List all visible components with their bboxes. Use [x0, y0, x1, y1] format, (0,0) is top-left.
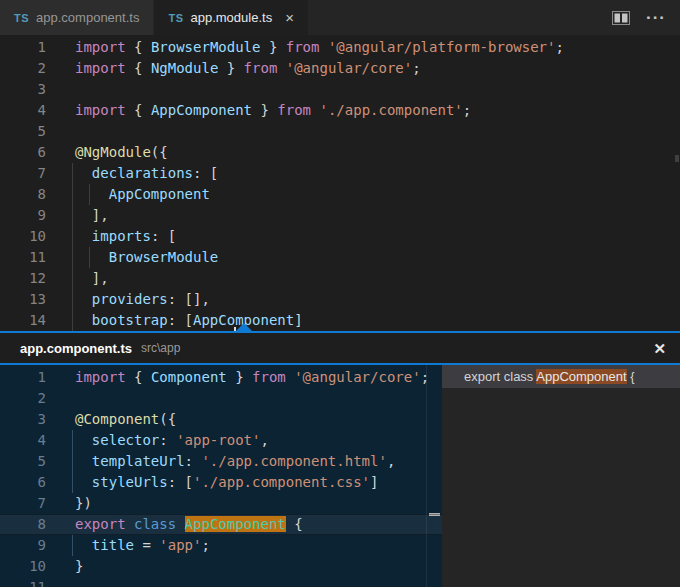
code-line[interactable]: 1import { Component } from '@angular/cor… — [0, 367, 442, 388]
peek-close-icon[interactable]: ✕ — [653, 341, 666, 356]
tab-label: app.module.ts — [190, 10, 272, 25]
code-line[interactable]: 6@NgModule({ — [0, 142, 680, 163]
code-line[interactable]: 7}) — [0, 493, 442, 514]
line-number: 6 — [0, 472, 46, 493]
code-line[interactable]: 2 — [0, 388, 442, 409]
code-line[interactable]: 11 — [0, 577, 442, 587]
indent-guide — [72, 310, 73, 331]
line-number: 1 — [0, 367, 46, 388]
code-text: imports: [ — [75, 228, 176, 244]
code-line[interactable]: 14 bootstrap: [AppComponent] — [0, 310, 680, 331]
reference-list-item[interactable]: export class AppComponent { — [442, 365, 680, 388]
code-line[interactable]: 4 selector: 'app-root', — [0, 430, 442, 451]
indent-guide — [72, 268, 73, 289]
code-text: AppComponent — [75, 186, 210, 202]
typescript-file-icon: TS — [168, 12, 183, 24]
code-line[interactable]: 13 providers: [], — [0, 289, 680, 310]
peek-header: app.component.ts src\app ✕ — [0, 333, 680, 363]
code-text: } — [75, 558, 83, 574]
code-line[interactable]: 3 — [0, 79, 680, 100]
code-line[interactable]: 1import { BrowserModule } from '@angular… — [0, 37, 680, 58]
code-text: import { BrowserModule } from '@angular/… — [75, 39, 564, 55]
line-number: 4 — [0, 100, 46, 121]
indent-guide — [72, 163, 73, 184]
line-number: 11 — [0, 247, 46, 268]
tab-bar: TS app.component.ts TS app.module.ts × ·… — [0, 0, 680, 35]
match-highlight: AppComponent — [185, 516, 286, 532]
code-line[interactable]: 9 title = 'app'; — [0, 535, 442, 556]
code-line[interactable]: 4import { AppComponent } from './app.com… — [0, 100, 680, 121]
indent-guide — [72, 430, 73, 451]
tab-label: app.component.ts — [36, 10, 139, 25]
line-number: 12 — [0, 268, 46, 289]
code-line[interactable]: 3@Component({ — [0, 409, 442, 430]
indent-guide — [72, 247, 73, 268]
indent-guide — [72, 205, 73, 226]
line-number: 8 — [0, 514, 46, 535]
code-line[interactable]: 8 AppComponent — [0, 184, 680, 205]
code-text: bootstrap: [AppComponent] — [75, 312, 303, 328]
code-text: @NgModule({ — [75, 144, 168, 160]
indent-guide — [72, 451, 73, 472]
code-line[interactable]: 11 BrowserModule — [0, 247, 680, 268]
more-actions-icon[interactable]: ··· — [646, 9, 666, 26]
line-number: 13 — [0, 289, 46, 310]
code-text: providers: [], — [75, 291, 210, 307]
indent-guide — [72, 535, 73, 556]
code-text: selector: 'app-root', — [75, 432, 269, 448]
line-number: 2 — [0, 58, 46, 79]
line-number: 2 — [0, 388, 46, 409]
line-number: 5 — [0, 121, 46, 142]
code-line[interactable]: 7 declarations: [ — [0, 163, 680, 184]
split-editor-icon[interactable] — [612, 11, 630, 25]
close-tab-icon[interactable]: × — [285, 10, 294, 25]
match-highlight: AppComponent — [536, 369, 626, 384]
code-text: declarations: [ — [75, 165, 218, 181]
peek-title: app.component.ts — [20, 341, 132, 356]
line-number: 6 — [0, 142, 46, 163]
code-line[interactable]: 10} — [0, 556, 442, 577]
line-number: 14 — [0, 310, 46, 331]
code-text: BrowserModule — [75, 249, 218, 265]
code-line[interactable]: 2import { NgModule } from '@angular/core… — [0, 58, 680, 79]
code-text: import { AppComponent } from './app.comp… — [75, 102, 471, 118]
code-line[interactable]: 6 styleUrls: ['./app.component.css'] — [0, 472, 442, 493]
tab-app-module-ts[interactable]: TS app.module.ts × — [154, 0, 308, 35]
code-text: export class AppComponent { — [75, 516, 303, 532]
peek-editor-app-component[interactable]: 1import { Component } from '@angular/cor… — [0, 365, 442, 587]
line-number: 7 — [0, 493, 46, 514]
code-text: import { Component } from '@angular/core… — [75, 369, 429, 385]
vscode-window: TS app.component.ts TS app.module.ts × ·… — [0, 0, 680, 587]
code-line[interactable]: 5 templateUrl: './app.component.html', — [0, 451, 442, 472]
peek-definition-widget: app.component.ts src\app ✕ 1import { Com… — [0, 331, 680, 587]
code-line[interactable]: 12 ], — [0, 268, 680, 289]
code-text: import { NgModule } from '@angular/core'… — [75, 60, 421, 76]
line-number: 9 — [0, 205, 46, 226]
line-number: 11 — [0, 577, 46, 587]
indent-guide — [72, 184, 73, 205]
code-text: styleUrls: ['./app.component.css'] — [75, 474, 378, 490]
code-line[interactable]: 5 — [0, 121, 680, 142]
line-number: 7 — [0, 163, 46, 184]
code-text: ], — [75, 207, 109, 223]
code-line[interactable]: 9 ], — [0, 205, 680, 226]
line-number: 10 — [0, 226, 46, 247]
code-text: templateUrl: './app.component.html', — [75, 453, 395, 469]
indent-guide — [72, 289, 73, 310]
indent-guide — [89, 184, 90, 205]
code-line[interactable]: 10 imports: [ — [0, 226, 680, 247]
line-number: 8 — [0, 184, 46, 205]
peek-arrow — [235, 323, 253, 332]
indent-guide — [72, 472, 73, 493]
tab-app-component-ts[interactable]: TS app.component.ts — [0, 0, 154, 35]
typescript-file-icon: TS — [14, 12, 29, 24]
line-number: 5 — [0, 451, 46, 472]
line-number: 3 — [0, 409, 46, 430]
line-number: 10 — [0, 556, 46, 577]
editor-actions: ··· — [612, 0, 680, 35]
indent-guide — [89, 247, 90, 268]
code-text: ], — [75, 270, 109, 286]
line-number: 3 — [0, 79, 46, 100]
editor-app-module[interactable]: 1import { BrowserModule } from '@angular… — [0, 35, 680, 331]
code-line[interactable]: 8export class AppComponent { — [0, 514, 442, 535]
